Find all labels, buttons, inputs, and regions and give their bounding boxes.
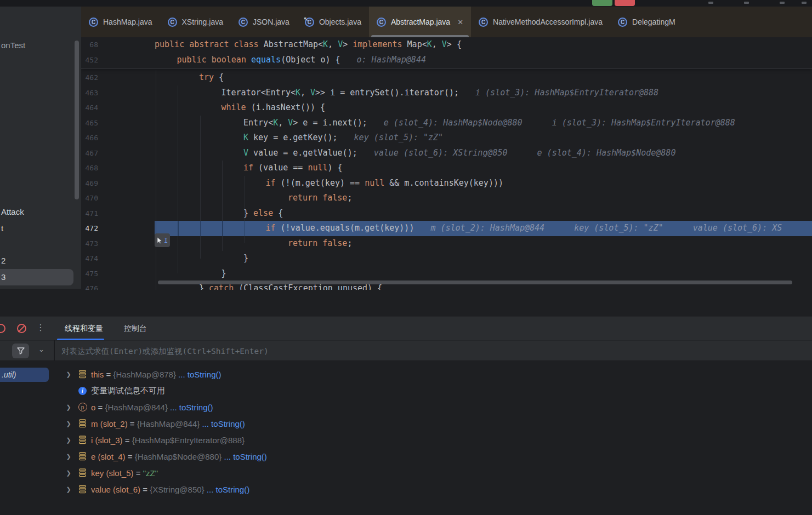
variable-row[interactable]: ❯e (slot_4) = {HashMap$Node@880} ... toS…	[54, 448, 812, 465]
variable-entry: i (slot_3) = {HashMap$EntryIterator@888}	[91, 436, 245, 445]
titlebar-icon[interactable]	[708, 2, 713, 4]
code-line-466[interactable]: 466K key = e.getKey();key (slot_5): "zZ"	[81, 130, 812, 146]
code-line-469[interactable]: 469if (!(m.get(key) == null && m.contain…	[81, 176, 812, 191]
tab-xstring-java[interactable]: CXString.java	[160, 7, 231, 37]
left-panel-scrollbar[interactable]	[75, 41, 79, 199]
mute-breakpoints-icon[interactable]	[17, 324, 26, 333]
info-icon: i	[78, 386, 87, 396]
code-line-464[interactable]: 464while (i.hasNext()) {	[81, 100, 812, 116]
titlebar-icon[interactable]	[780, 2, 785, 4]
line-number[interactable]: 475	[81, 266, 103, 282]
chevron-right-icon[interactable]: ❯	[65, 470, 72, 477]
code-line-474[interactable]: 474}	[81, 251, 812, 266]
frames-panel: .util)	[0, 361, 54, 515]
line-number[interactable]: 470	[81, 191, 103, 206]
debugger-inline-hint: i (slot_3): HashMap$EntryIterator@888	[475, 88, 658, 98]
line-number[interactable]: 462	[81, 70, 103, 85]
line-number[interactable]: 465	[81, 116, 103, 131]
tostring-link[interactable]: ... toString()	[176, 370, 222, 379]
variable-row[interactable]: ❯value (slot_6) = {XString@850} ... toSt…	[54, 481, 812, 497]
tab-delegatingm[interactable]: CDelegatingM	[610, 7, 683, 37]
line-number[interactable]: 473	[81, 236, 103, 251]
line-number[interactable]: 452	[81, 53, 103, 68]
debug-tab-console[interactable]: 控制台	[124, 317, 147, 340]
selected-frame[interactable]: .util)	[0, 368, 49, 382]
code-line-465[interactable]: 465Entry<K, V> e = i.next();e (slot_4): …	[81, 116, 812, 131]
variable-row[interactable]: ❯po = {HashMap@844} ... toString()	[54, 399, 812, 415]
line-number[interactable]: 463	[81, 85, 103, 101]
breakpoint-icon[interactable]	[0, 324, 5, 333]
line-number[interactable]: 469	[81, 176, 103, 191]
tostring-link[interactable]: ... toString()	[222, 452, 267, 461]
variable-row[interactable]: ❯i (slot_3) = {HashMap$EntryIterator@888…	[54, 432, 812, 448]
tostring-link[interactable]: ... toString()	[200, 419, 245, 428]
run-button[interactable]	[592, 0, 612, 6]
tostring-link[interactable]: ... toString()	[168, 403, 213, 412]
variable-icon	[78, 452, 87, 461]
line-number[interactable]: 468	[81, 161, 103, 176]
more-options-icon[interactable]: ⋮	[36, 322, 45, 333]
chevron-right-icon[interactable]: ❯	[65, 371, 72, 378]
editor-horizontal-scrollbar[interactable]	[158, 281, 792, 284]
tab-objects-java[interactable]: C↖Objects.java	[297, 7, 369, 37]
class-icon: C	[479, 18, 488, 27]
line-number[interactable]: 472	[81, 221, 103, 236]
code-line-473[interactable]: 473return false;	[81, 236, 812, 251]
tab-label: AbstractMap.java	[391, 18, 450, 26]
line-number[interactable]: 466	[81, 130, 103, 146]
debugger-inline-hint: key (slot_5): "zZ"	[574, 223, 663, 233]
line-number[interactable]: 476	[81, 281, 103, 290]
line-number[interactable]: 68	[81, 37, 103, 53]
chevron-right-icon[interactable]: ❯	[65, 404, 72, 411]
filter-button[interactable]	[12, 344, 29, 358]
variable-icon	[78, 436, 87, 445]
chevron-right-icon[interactable]: ❯	[65, 486, 72, 493]
code-editor[interactable]: 阅读器模式 68public abstract class AbstractMa…	[81, 37, 812, 290]
evaluate-expression-input[interactable]	[61, 343, 802, 359]
code-line-475[interactable]: 475}	[81, 266, 812, 282]
chevron-right-icon[interactable]: ❯	[65, 437, 72, 444]
filter-funnel-icon	[17, 347, 25, 354]
code-text: while (i.hasNext()) {	[103, 100, 325, 116]
left-panel-item[interactable]: onTest	[1, 41, 25, 50]
code-line-452[interactable]: 452public boolean equals(Object o) {o: H…	[81, 53, 812, 68]
left-panel-selected-item[interactable]	[0, 269, 73, 285]
titlebar-icon[interactable]	[802, 2, 807, 4]
chevron-right-icon[interactable]: ❯	[65, 420, 72, 427]
code-line-468[interactable]: 468if (value == null) {	[81, 161, 812, 176]
code-line-470[interactable]: 470return false;	[81, 191, 812, 206]
left-panel-item[interactable]: 3	[1, 272, 5, 282]
code-line-68[interactable]: 68public abstract class AbstractMap<K, V…	[81, 37, 812, 53]
tostring-link[interactable]: ... toString()	[205, 485, 250, 494]
chevron-right-icon[interactable]: ❯	[65, 453, 72, 460]
code-line-472[interactable]: 472if (!value.equals(m.get(key)))m (slot…	[81, 221, 812, 236]
variable-row[interactable]: ❯this = {HashMap@878} ... toString()	[54, 366, 812, 382]
chevron-down-icon[interactable]: ⌄	[38, 345, 44, 353]
code-line-463[interactable]: 463Iterator<Entry<K, V>> i = entrySet().…	[81, 85, 812, 101]
code-line-462[interactable]: 462try {	[81, 70, 812, 85]
line-number[interactable]: 467	[81, 146, 103, 161]
expression-row: ⌄	[0, 340, 812, 361]
variable-row[interactable]: ❯m (slot_2) = {HashMap@844} ... toString…	[54, 415, 812, 432]
stop-button[interactable]	[615, 0, 635, 6]
titlebar-icon[interactable]	[744, 2, 749, 4]
line-number[interactable]: 471	[81, 206, 103, 221]
line-number[interactable]: 464	[81, 100, 103, 116]
tab-json-java[interactable]: CJSON.java	[231, 7, 297, 37]
left-panel-item[interactable]: t	[1, 224, 3, 233]
left-panel-item[interactable]: Attack	[1, 207, 24, 216]
line-number[interactable]: 474	[81, 251, 103, 266]
tab-abstractmap-java[interactable]: CAbstractMap.java✕	[369, 7, 471, 37]
code-block[interactable]: 462try {463Iterator<Entry<K, V>> i = ent…	[81, 70, 812, 290]
left-panel-item[interactable]: 2	[1, 256, 5, 265]
variable-entry: m (slot_2) = {HashMap@844} ... toString(…	[91, 419, 245, 428]
tab-hashmap-java[interactable]: CHashMap.java	[81, 7, 160, 37]
close-tab-icon[interactable]: ✕	[457, 18, 463, 26]
code-text: try {	[103, 70, 224, 85]
code-line-471[interactable]: 471} else {	[81, 206, 812, 221]
variable-row[interactable]: ❯key (slot_5) = "zZ"	[54, 465, 812, 481]
code-line-467[interactable]: 467V value = e.getValue();value (slot_6)…	[81, 146, 812, 161]
tab-nativemethodaccessorimpl-java[interactable]: CNativeMethodAccessorImpl.java	[471, 7, 610, 37]
tab-label: XString.java	[182, 18, 223, 26]
debug-tab-threads-variables[interactable]: 线程和变量	[65, 317, 103, 340]
